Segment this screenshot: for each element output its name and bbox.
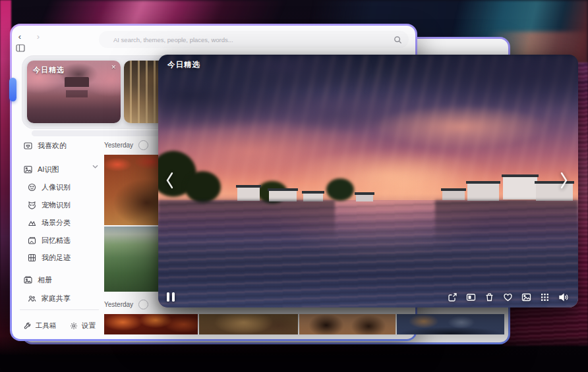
sidebar-item-family-share[interactable]: 家庭共享 — [28, 292, 71, 304]
sidebar-item-label: 场景分类 — [42, 218, 71, 228]
sidebar-toggle-icon[interactable] — [16, 44, 25, 52]
sidebar-item-ai-recognition[interactable]: AI识图 — [24, 163, 59, 175]
back-button[interactable]: ‹ — [15, 31, 25, 41]
sidebar-item-scene-category[interactable]: 场景分类 — [28, 217, 71, 228]
featured-card-title: 今日精选 — [33, 65, 65, 75]
photo-thumbnail[interactable] — [299, 314, 396, 334]
water-reflection — [158, 200, 335, 240]
sidebar-item-label: 宠物识别 — [42, 200, 71, 210]
toolbox-label: 工具箱 — [36, 321, 57, 331]
sidebar-item-label: 回忆精选 — [42, 236, 71, 246]
close-icon[interactable]: ✕ — [111, 64, 116, 70]
photo-icon[interactable] — [521, 292, 531, 302]
slideshow-window[interactable]: 今日精选 — [158, 55, 578, 307]
photo-thumbnail[interactable] — [199, 314, 298, 334]
photo-thumbnail[interactable] — [104, 314, 198, 334]
slideshow-controls — [448, 292, 569, 302]
section-label: Yesterday — [104, 142, 133, 149]
featured-card-today[interactable]: 今日精选 ✕ — [27, 61, 121, 123]
house-silhouette — [503, 177, 537, 199]
toolbox-icon — [24, 322, 32, 330]
grid-section-yesterday-2: Yesterday — [104, 300, 148, 309]
memories-icon — [28, 236, 36, 245]
edge-handle[interactable] — [9, 78, 16, 101]
sidebar-item-label: AI识图 — [38, 165, 59, 174]
sidebar-item-albums[interactable]: 相册 — [24, 274, 52, 286]
heart-icon[interactable] — [503, 292, 513, 302]
forward-button[interactable]: › — [33, 31, 44, 41]
gear-icon — [70, 322, 78, 330]
scene-category-icon — [28, 219, 36, 227]
grid-view-icon[interactable] — [540, 292, 550, 302]
sidebar-item-label: 人像识别 — [42, 182, 71, 192]
volume-icon[interactable] — [558, 292, 569, 302]
search-input[interactable] — [99, 36, 394, 44]
select-all-checkbox[interactable] — [138, 300, 148, 309]
sidebar-item-pet-recognition[interactable]: 宠物识别 — [28, 199, 71, 211]
grid-section-yesterday-1: Yesterday — [104, 140, 148, 150]
sidebar-item-settings[interactable]: 设置 — [70, 321, 96, 331]
chevron-down-icon[interactable] — [92, 165, 98, 169]
sidebar-item-label: 我的足迹 — [42, 253, 71, 263]
house-silhouette — [237, 188, 260, 201]
face-recognition-icon — [28, 183, 36, 192]
water-reflection — [435, 200, 578, 246]
sidebar-item-face-recognition[interactable]: 人像识别 — [28, 181, 71, 193]
screen: ‹ › 今日精选 ✕ 我喜欢的 AI识图 人像识别 — [0, 0, 588, 372]
sidebar-item-memories[interactable]: 回忆精选 — [28, 234, 71, 246]
search-icon[interactable] — [394, 36, 402, 44]
footprints-icon — [28, 253, 36, 262]
next-button[interactable] — [559, 171, 570, 190]
ai-recognition-icon — [24, 165, 32, 174]
tree-silhouette — [326, 178, 354, 201]
search-bar — [99, 31, 409, 48]
frame-style-icon[interactable] — [466, 292, 476, 302]
favorites-icon — [24, 142, 32, 150]
sidebar-item-favorites[interactable]: 我喜欢的 — [24, 140, 67, 151]
albums-icon — [24, 276, 32, 284]
sidebar-divider — [20, 309, 99, 310]
share-icon[interactable] — [448, 292, 457, 302]
family-share-icon — [28, 294, 36, 303]
tree-silhouette — [185, 171, 221, 203]
sidebar-item-label: 家庭共享 — [42, 294, 71, 304]
sidebar-item-footprints[interactable]: 我的足迹 — [28, 252, 71, 263]
house-silhouette — [356, 195, 373, 201]
house-silhouette — [442, 191, 465, 200]
sidebar-item-label: 相册 — [38, 275, 52, 285]
delete-icon[interactable] — [485, 292, 494, 302]
section-label: Yesterday — [104, 301, 133, 308]
sidebar-item-label: 我喜欢的 — [38, 141, 67, 151]
pause-button[interactable] — [167, 292, 175, 302]
sidebar-item-toolbox[interactable]: 工具箱 — [24, 321, 57, 331]
pet-recognition-icon — [28, 201, 36, 209]
settings-label: 设置 — [82, 321, 96, 331]
house-silhouette — [467, 184, 499, 201]
previous-button[interactable] — [164, 171, 175, 190]
slideshow-title: 今日精选 — [167, 60, 200, 70]
photo-thumbnail[interactable] — [397, 314, 504, 334]
select-all-checkbox[interactable] — [138, 140, 148, 150]
